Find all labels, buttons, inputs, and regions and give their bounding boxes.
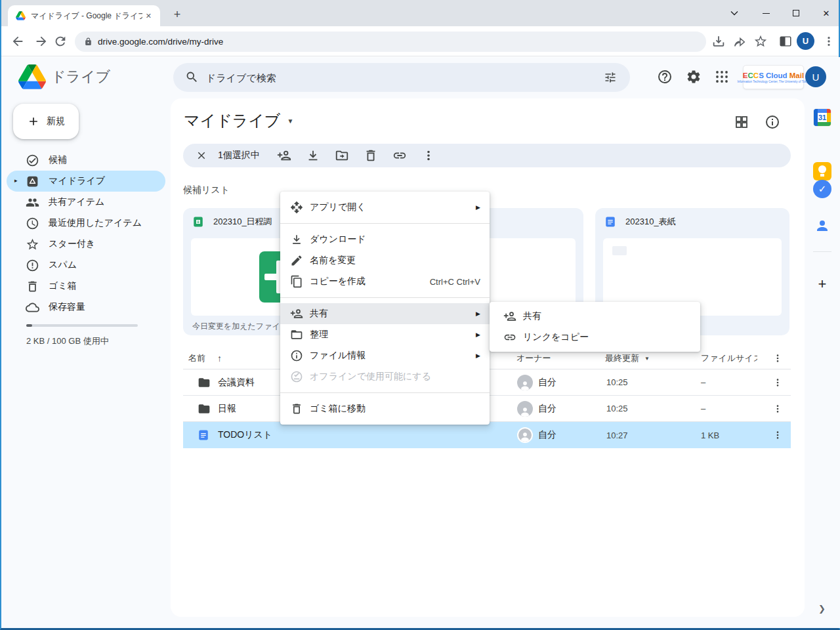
folder-icon: [198, 396, 211, 421]
browser-share-icon[interactable]: [732, 34, 747, 49]
get-add-ons-plus-icon[interactable]: +: [814, 276, 830, 292]
keep-icon[interactable]: [813, 162, 831, 180]
contacts-icon[interactable]: [813, 217, 831, 235]
search-input[interactable]: [206, 63, 574, 92]
forward-button[interactable]: [34, 34, 49, 49]
modified-time: 10:25: [606, 396, 628, 421]
more-options-kebab-icon[interactable]: [421, 148, 436, 163]
window-close-button[interactable]: ✕: [811, 0, 840, 26]
lock-icon: [84, 37, 93, 46]
menu-item-label: ファイル情報: [310, 350, 366, 362]
tasks-icon[interactable]: ✓: [813, 180, 831, 198]
browser-menu-kebab-icon[interactable]: [822, 34, 836, 49]
menu-item-organize[interactable]: 整理 ▶: [280, 324, 490, 345]
calendar-icon[interactable]: 31: [813, 108, 831, 127]
move-to-folder-icon[interactable]: [335, 148, 349, 163]
copy-link-icon[interactable]: [392, 148, 407, 163]
sidebar-item-trash[interactable]: ゴミ箱: [7, 276, 165, 297]
file-size: –: [701, 396, 705, 421]
menu-item-open-with[interactable]: アプリで開く ▶: [280, 197, 490, 218]
badge-title: ECCS Cloud Mail: [743, 72, 804, 79]
share-person-add-icon: [290, 307, 303, 320]
menu-item-share[interactable]: 共有 ▶: [280, 303, 490, 324]
grid-view-toggle-icon[interactable]: [734, 114, 749, 130]
sidebar-item-spam[interactable]: スパム: [7, 255, 165, 276]
card-title: 202310_日程調: [213, 216, 272, 228]
menu-item-make-copy[interactable]: コピーを作成 Ctrl+C Ctrl+V: [280, 271, 490, 292]
menu-item-download[interactable]: ダウンロード: [280, 229, 490, 250]
sidebar-item-suggested[interactable]: 候補: [7, 150, 165, 171]
window-minimize-button[interactable]: [751, 0, 781, 26]
expand-caret-icon[interactable]: ▸: [14, 177, 18, 184]
details-info-icon[interactable]: [765, 114, 780, 130]
download-icon[interactable]: [306, 148, 320, 163]
folder-title-dropdown[interactable]: マイドライブ ▼: [184, 110, 293, 131]
trash-icon: [25, 279, 39, 293]
bookmark-star-icon[interactable]: [753, 34, 768, 49]
tab-close-icon[interactable]: ✕: [142, 10, 155, 22]
context-menu: アプリで開く ▶ ダウンロード 名前を変更 コピーを作成 Ctrl+C Ctrl…: [280, 192, 490, 425]
menu-item-label: コピーを作成: [310, 276, 366, 287]
search-bar[interactable]: [173, 63, 630, 92]
menu-divider: [280, 297, 490, 298]
reload-button[interactable]: [53, 34, 68, 49]
help-icon[interactable]: [657, 69, 673, 85]
browser-profile-avatar[interactable]: U: [797, 32, 814, 50]
column-header-size[interactable]: ファイルサイズ: [701, 348, 757, 369]
browser-download-icon[interactable]: [711, 34, 726, 49]
trash-icon[interactable]: [364, 148, 378, 163]
scroll-chevron-icon[interactable]: ❯: [818, 604, 826, 614]
share-person-add-icon[interactable]: [277, 148, 291, 163]
menu-item-label: ゴミ箱に移動: [310, 403, 366, 415]
browser-window: マイドライブ - Google ドライブ ✕ + ✕ drive.google.…: [0, 0, 840, 630]
menu-item-label: リンクをコピー: [523, 331, 589, 343]
sidebar-item-label: ゴミ箱: [49, 280, 77, 292]
sidebar-item-label: スター付き: [49, 238, 95, 250]
back-button[interactable]: [10, 34, 25, 49]
browser-tab[interactable]: マイドライブ - Google ドライブ ✕: [8, 5, 160, 26]
badge-subtitle: Information Technology Center, The Unive…: [737, 80, 809, 83]
menu-item-file-info[interactable]: ファイル情報 ▶: [280, 345, 490, 366]
column-header-name[interactable]: 名前 ↑: [188, 348, 222, 369]
eccs-cloud-mail-badge: ECCS Cloud Mail Information Technology C…: [743, 65, 804, 89]
clear-selection-icon[interactable]: [194, 148, 209, 163]
open-with-icon: [290, 201, 303, 214]
sort-ascending-icon[interactable]: ↑: [217, 353, 222, 364]
sidebar-item-storage[interactable]: 保存容量: [7, 297, 165, 318]
new-button[interactable]: 新規: [13, 104, 79, 139]
sidebar-item-my-drive[interactable]: ▸ マイドライブ: [7, 171, 165, 192]
row-kebab-icon[interactable]: [772, 396, 784, 421]
owner-name: 自分: [538, 396, 556, 421]
window-maximize-button[interactable]: [781, 0, 811, 26]
drive-favicon-icon: [16, 11, 26, 20]
owner-avatar: [517, 369, 533, 395]
address-bar[interactable]: drive.google.com/drive/my-drive: [75, 32, 706, 52]
account-avatar[interactable]: U: [805, 66, 826, 87]
sidebar-item-label: 保存容量: [49, 301, 85, 313]
submenu-item-share[interactable]: 共有: [490, 306, 700, 327]
sidebar-item-recent[interactable]: 最近使用したアイテム: [7, 213, 165, 234]
new-tab-button[interactable]: +: [169, 7, 185, 22]
row-kebab-icon[interactable]: [772, 369, 784, 395]
tab-search-chevron-icon[interactable]: [719, 0, 749, 26]
menu-item-move-to-trash[interactable]: ゴミ箱に移動: [280, 398, 490, 419]
row-kebab-icon[interactable]: [772, 422, 784, 448]
side-panel-icon[interactable]: [778, 34, 793, 49]
owner-avatar: [517, 396, 533, 421]
sidebar-item-shared[interactable]: 共有アイテム: [7, 192, 165, 213]
info-icon: [290, 349, 303, 362]
menu-item-label: 名前を変更: [310, 255, 356, 266]
url-text: drive.google.com/drive/my-drive: [98, 37, 223, 47]
search-icon: [185, 70, 199, 84]
submenu-arrow-icon: ▶: [476, 310, 480, 317]
sidebar-item-starred[interactable]: スター付き: [7, 234, 165, 255]
submenu-item-copy-link[interactable]: リンクをコピー: [490, 327, 700, 348]
column-settings-kebab-icon[interactable]: [772, 348, 784, 369]
trash-icon: [290, 402, 303, 415]
menu-item-rename[interactable]: 名前を変更: [280, 250, 490, 271]
settings-gear-icon[interactable]: [686, 69, 702, 85]
apps-grid-icon[interactable]: [714, 69, 730, 85]
drive-logo-icon: [18, 64, 46, 89]
table-row-todo-list-selected[interactable]: TODOリスト 自分 10:27 1 KB: [183, 422, 791, 448]
search-filter-tune-icon[interactable]: [604, 71, 617, 84]
